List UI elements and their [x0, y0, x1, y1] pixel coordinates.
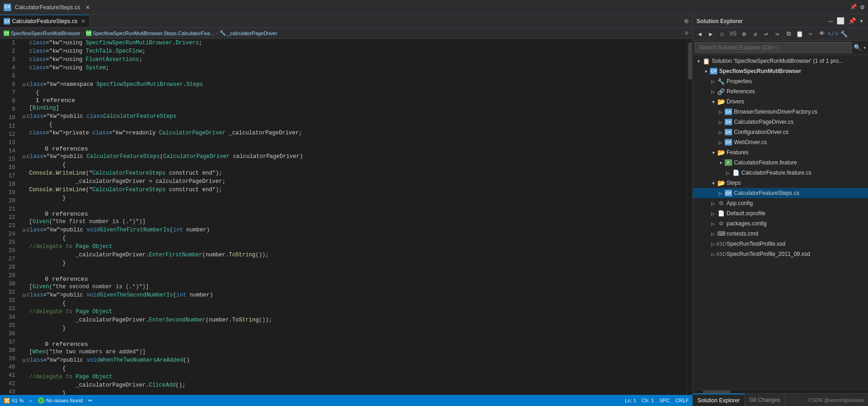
code-editor[interactable]: class="kw">using SpecflowSpecRunMutiBrow…	[21, 39, 687, 395]
se-redo-btn[interactable]: ↪	[772, 29, 782, 39]
se-tab-solution-explorer[interactable]: Solution Explorer	[693, 394, 745, 406]
tree-item-configurationDriver[interactable]: ▷ C# ConfigurationDriver.cs	[693, 127, 868, 137]
se-scrollbar-h[interactable]	[693, 389, 868, 393]
code-line-10: {	[21, 121, 687, 129]
se-home-btn[interactable]: ⌂	[717, 29, 727, 39]
se-pin-btn[interactable]: 📌	[847, 16, 857, 26]
tree-item-calculatorFeatureCs[interactable]: ▷ 📄 CalculatorFeature.feature.cs	[693, 168, 868, 178]
add-breadcrumb[interactable]: ⊕	[685, 30, 689, 36]
tree-arrow-project[interactable]: ▾	[702, 69, 709, 74]
tree-arrow-features[interactable]: ▾	[709, 150, 717, 155]
line-block-27: 0 references [Given("the second number i…	[21, 276, 687, 291]
tree-item-solution[interactable]: ▾ 📋 Solution 'SpecflowSpecRunMutiBrowser…	[693, 56, 868, 66]
line-num-38: 38	[0, 346, 17, 355]
tree-item-calculatorFeatureSteps[interactable]: ▷ C# CalculatorFeatureSteps.cs	[693, 188, 868, 198]
se-preview-btn[interactable]: 👁	[817, 29, 827, 39]
search-icon[interactable]: 🔍	[854, 44, 861, 51]
se-copy-btn[interactable]: ⧉	[783, 29, 794, 39]
tree-arrow-calculatorFeatureCs[interactable]: ▷	[724, 170, 732, 176]
line-ending[interactable]: CRLF	[675, 398, 689, 403]
tab-calculatorfeaturesteps[interactable]: C# CalculatorFeatureSteps.cs ✕	[0, 15, 90, 27]
breadcrumb-class[interactable]: C# SpecflowSpecRunMutiBrowser.Steps.Calc…	[86, 30, 214, 36]
tree-item-specRunTestProfile2011[interactable]: ▷ XSD SpecRunTestProfile_2011_09.xsd	[693, 249, 868, 259]
add-tab-button[interactable]: ⊕	[680, 15, 692, 27]
line-block-33	[21, 333, 687, 341]
se-forward-btn[interactable]: ▶	[706, 29, 716, 39]
tree-item-specRunTestProfile[interactable]: ▷ XSD SpecRunTestProfile.xsd	[693, 239, 868, 249]
tree-item-packagesConfig[interactable]: ▷ ⚙ packages.config	[693, 218, 868, 229]
fold-marker-35[interactable]: ⊟	[23, 358, 26, 364]
se-collapse-btn[interactable]: ⬜	[836, 16, 845, 26]
tree-item-calculatorFeature[interactable]: ▾ F CalculatorFeature.feature	[693, 158, 868, 168]
tree-arrow-runtests[interactable]: ▷	[709, 231, 717, 236]
breadcrumb-namespace[interactable]: C# SpecflowSpecRunMutiBrowser	[4, 30, 80, 36]
warnings-status[interactable]: ✏	[88, 398, 92, 404]
se-tab-git-changes[interactable]: Git Changes	[745, 394, 785, 406]
pin-icon[interactable]: 📌	[850, 4, 857, 11]
issues-status[interactable]: ✓ No issues found	[38, 397, 83, 404]
fold-marker-6[interactable]: ⊟	[23, 82, 26, 88]
zoom-level[interactable]: 61 %	[12, 398, 24, 403]
fold-marker-28[interactable]: ⊟	[23, 292, 26, 298]
se-undo-btn[interactable]: ↩	[761, 29, 771, 39]
search-options-icon[interactable]: ▾	[863, 45, 866, 51]
se-paste-btn[interactable]: 📋	[795, 29, 805, 39]
line-col: Ln: 1	[625, 398, 636, 403]
settings-icon[interactable]: ⚙	[861, 3, 864, 11]
tree-item-calculatorPageDriver[interactable]: ▷ C# CalculatorPageDriver.cs	[693, 117, 868, 127]
tree-arrow-drivers[interactable]: ▾	[709, 99, 717, 104]
fold-marker-13[interactable]: ⊟	[23, 154, 26, 160]
fold-marker-21[interactable]: ⊟	[23, 227, 26, 233]
line-block-5	[21, 72, 687, 80]
tree-arrow-browserSelenium[interactable]: ▷	[717, 109, 724, 115]
se-props-btn[interactable]: 🔧	[839, 29, 849, 39]
encoding[interactable]: SPC	[660, 398, 670, 403]
se-vs-btn[interactable]: VS	[728, 29, 738, 39]
close-tab-icon[interactable]: ✕	[86, 3, 89, 11]
main-layout: C# CalculatorFeatureSteps.cs ✕ ⊕ C# Spec…	[0, 15, 868, 406]
branch-status[interactable]: 🔀 61 %	[4, 398, 24, 404]
tree-arrow-solution[interactable]: ▾	[695, 59, 702, 64]
tree-item-defaultSrprofile[interactable]: ▷ 📄 Default.srprofile	[693, 208, 868, 218]
scroll-indicator[interactable]	[687, 39, 692, 395]
line-num-32: 32	[0, 297, 17, 305]
tree-item-appConfig[interactable]: ▷ ⚙ App.config	[693, 198, 868, 208]
code-line-7: {	[21, 89, 687, 97]
breadcrumb-member[interactable]: 🔧 _calculatorPageDriver	[220, 30, 277, 36]
tree-item-features[interactable]: ▾ 📂 Features	[693, 147, 868, 158]
se-settings-btn[interactable]: ⚙	[739, 29, 749, 39]
tree-item-browserSelenium[interactable]: ▷ C# BrowserSeleniumDriverFactory.cs	[693, 107, 868, 117]
line-num-18: 18	[0, 180, 17, 188]
tree-arrow-defaultSrprofile[interactable]: ▷	[709, 211, 717, 216]
tree-item-steps[interactable]: ▾ 📂 Steps	[693, 178, 868, 188]
se-search-input[interactable]	[695, 42, 852, 53]
tree-arrow-configurationDriver[interactable]: ▷	[717, 130, 724, 135]
tree-item-properties[interactable]: ▷ 🔧 Properties	[693, 76, 868, 86]
tree-arrow-webDriver[interactable]: ▷	[717, 140, 724, 145]
tree-arrow-properties[interactable]: ▷	[709, 79, 717, 84]
check-icon: ✓	[38, 397, 44, 404]
tree-item-references[interactable]: ▷ 🔗 References	[693, 86, 868, 97]
tree-arrow-calculatorFeatureSteps[interactable]: ▷	[717, 191, 724, 196]
python-status[interactable]: ⟐	[29, 398, 32, 403]
tree-arrow-calculatorPageDriver[interactable]: ▷	[717, 120, 724, 125]
se-cut-btn[interactable]: ✂	[806, 29, 816, 39]
line-block-29: {	[21, 299, 687, 308]
se-sync-btn[interactable]: ↔	[828, 17, 833, 26]
tree-item-runtests[interactable]: ▷ ⌨ runtests.cmd	[693, 229, 868, 239]
se-chevron-btn[interactable]: ▾	[859, 16, 864, 26]
se-refresh-btn[interactable]: ↺	[750, 29, 760, 39]
tab-close-icon[interactable]: ✕	[81, 18, 86, 24]
se-code-btn[interactable]: </>	[828, 29, 838, 39]
tree-item-drivers[interactable]: ▾ 📂 Drivers	[693, 97, 868, 107]
se-back-btn[interactable]: ◀	[695, 29, 705, 39]
tree-arrow-references[interactable]: ▷	[709, 89, 717, 94]
tree-arrow-calculatorFeature[interactable]: ▾	[717, 160, 724, 165]
tree-arrow-steps[interactable]: ▾	[709, 181, 717, 186]
code-line-34: [When("the two numbers are added")]	[21, 348, 687, 356]
tree-arrow-appConfig[interactable]: ▷	[709, 201, 717, 206]
tree-item-project[interactable]: ▾ C# SpecflowSpecRunMutiBrowser	[693, 66, 868, 76]
tree-arrow-packagesConfig[interactable]: ▷	[709, 221, 717, 226]
tree-item-webDriver[interactable]: ▷ C# WebDriver.cs	[693, 137, 868, 147]
fold-marker-9[interactable]: ⊟	[23, 114, 26, 120]
